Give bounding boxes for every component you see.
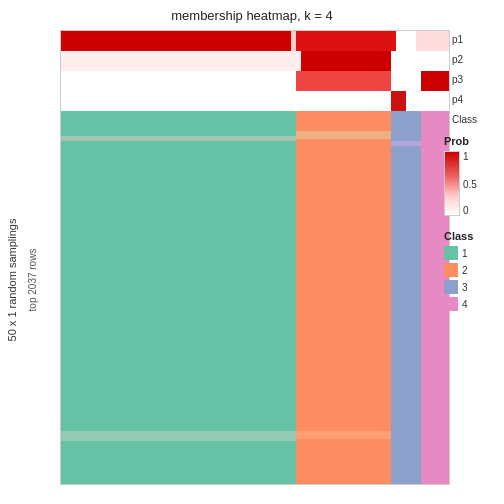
class-legend-item-1: 1 — [444, 246, 499, 260]
class-label-2: 2 — [462, 265, 468, 276]
row-label-p3: p3 — [452, 70, 477, 90]
p-row-p2 — [61, 51, 450, 71]
y-axis-label2: top 2037 rows — [27, 249, 38, 312]
prob-label-0: 0 — [463, 205, 469, 216]
y-axis-label: 50 x 1 random samplings — [6, 219, 18, 342]
class-row-bar — [61, 111, 450, 131]
row-label-Class: Class — [452, 110, 477, 130]
prob-legend-title: Prob — [444, 135, 499, 147]
prob-gradient — [444, 151, 460, 216]
class-legend-items: 1234 — [444, 246, 499, 311]
prob-label-1: 1 — [463, 151, 469, 162]
class-label-3: 3 — [462, 282, 468, 293]
class-legend-title: Class — [444, 230, 499, 242]
row-label-p4: p4 — [452, 90, 477, 110]
chart-title: membership heatmap, k = 4 — [171, 8, 333, 23]
p-row-p4 — [61, 91, 450, 111]
class-legend-item-2: 2 — [444, 263, 499, 277]
prob-label-05: 0.5 — [463, 179, 477, 190]
row-label-p2: p2 — [452, 50, 477, 70]
class-swatch-3 — [444, 280, 458, 294]
row-labels: p1p2p3p4Class — [452, 30, 477, 130]
class-swatch-4 — [444, 297, 458, 311]
legend: Prob 1 0.5 0 Class 1234 — [444, 135, 499, 314]
class-swatch-1 — [444, 246, 458, 260]
p-row-p3 — [61, 71, 450, 91]
row-label-p1: p1 — [452, 30, 477, 50]
chart-container: membership heatmap, k = 4 50 x 1 random … — [0, 0, 504, 504]
p-row-p1 — [61, 31, 450, 51]
plot-area — [60, 30, 450, 485]
class-swatch-2 — [444, 263, 458, 277]
class-legend-item-3: 3 — [444, 280, 499, 294]
class-label-1: 1 — [462, 248, 468, 259]
class-label-4: 4 — [462, 299, 468, 310]
heatmap-main — [61, 131, 450, 485]
class-legend-item-4: 4 — [444, 297, 499, 311]
